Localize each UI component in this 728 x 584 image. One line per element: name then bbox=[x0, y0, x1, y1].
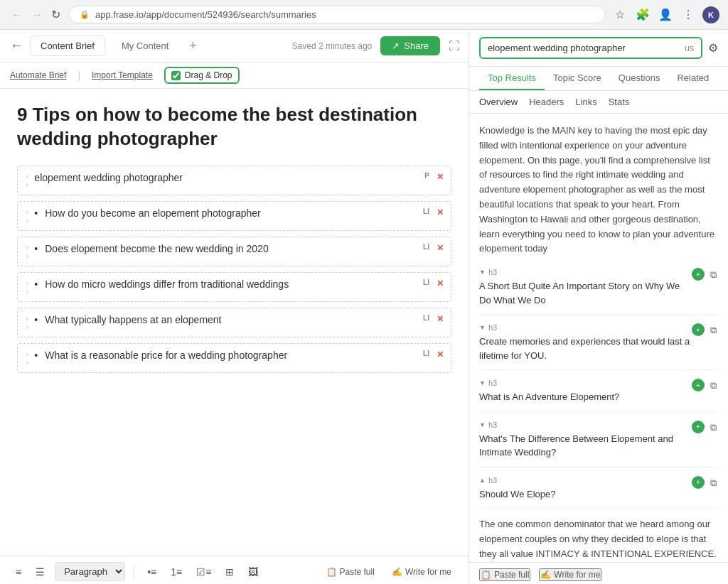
handle-left-1[interactable]: ‹ bbox=[26, 209, 28, 216]
block-remove-0[interactable]: ✕ bbox=[437, 172, 444, 182]
document-title[interactable]: 9 Tips on how to become the best destina… bbox=[17, 103, 451, 151]
search-input-wrap[interactable]: us bbox=[479, 37, 702, 59]
handle-right-3[interactable]: › bbox=[26, 288, 28, 296]
forward-arrow[interactable]: → bbox=[28, 6, 46, 23]
sub-nav-links[interactable]: Links bbox=[575, 97, 596, 107]
handle-left-2[interactable]: ‹ bbox=[26, 244, 28, 252]
drag-drop-checkbox[interactable] bbox=[171, 71, 181, 80]
tab-content-brief[interactable]: Content Brief bbox=[30, 36, 105, 56]
avatar[interactable]: K bbox=[702, 6, 719, 23]
chevron-icon-1: ▼ bbox=[479, 324, 486, 331]
paste-full-right-label: Paste full bbox=[494, 570, 529, 580]
search-input[interactable] bbox=[488, 43, 679, 53]
block-content-1: • How do you become an elopement photogr… bbox=[34, 207, 442, 219]
search-settings-button[interactable]: ⚙ bbox=[708, 41, 718, 55]
heading-left-0: ▼ h3 A Short But Quite An Important Stor… bbox=[479, 268, 692, 307]
sub-nav-headers[interactable]: Headers bbox=[529, 97, 564, 107]
write-for-me-button[interactable]: ✍ Write for me bbox=[386, 564, 457, 580]
block-remove-1[interactable]: ✕ bbox=[437, 207, 444, 217]
handle-right-2[interactable]: › bbox=[26, 253, 28, 260]
block-text-4: • What typically happens at an elopement bbox=[34, 314, 221, 325]
menu-icon[interactable]: ⋮ bbox=[680, 6, 697, 23]
content-block-2[interactable]: ‹ › • Does elopement become the new wedd… bbox=[17, 237, 451, 266]
paste-icon-right: 📋 bbox=[481, 570, 491, 580]
content-block-3[interactable]: ‹ › • How do micro weddings differ from … bbox=[17, 272, 451, 302]
heading-tag-3[interactable]: ▼ h3 bbox=[479, 421, 692, 429]
block-remove-3[interactable]: ✕ bbox=[437, 279, 444, 288]
right-tab-questions[interactable]: Questions bbox=[610, 67, 669, 90]
automate-brief-link[interactable]: Automate Brief bbox=[10, 70, 66, 80]
align-center-button[interactable]: ☰ bbox=[31, 563, 49, 580]
handle-left-4[interactable]: ‹ bbox=[26, 315, 28, 323]
heading-tag-4[interactable]: ▲ h3 bbox=[479, 476, 692, 485]
sub-nav-stats[interactable]: Stats bbox=[609, 97, 630, 107]
right-tab-topic-score[interactable]: Topic Score bbox=[545, 67, 610, 90]
account-icon[interactable]: 👤 bbox=[657, 6, 674, 23]
add-heading-icon-0[interactable]: + bbox=[692, 268, 705, 281]
handle-right[interactable]: › bbox=[26, 182, 28, 189]
heading-tag-0[interactable]: ▼ h3 bbox=[479, 268, 692, 276]
write-for-me-right-label: Write for me bbox=[554, 570, 600, 580]
block-text-1: • How do you become an elopement photogr… bbox=[34, 207, 260, 219]
right-tab-related[interactable]: Related bbox=[668, 67, 717, 90]
block-content-2: • Does elopement become the new wedding … bbox=[34, 243, 442, 254]
right-content[interactable]: Knowledge is the MAIN key to having the … bbox=[469, 114, 728, 562]
block-remove-2[interactable]: ✕ bbox=[437, 243, 444, 253]
paste-full-right-button[interactable]: 📋 Paste full bbox=[479, 568, 530, 581]
copy-heading-button-1[interactable]: ⧉ bbox=[709, 323, 718, 337]
copy-heading-button-2[interactable]: ⧉ bbox=[709, 379, 718, 393]
back-button[interactable]: ← bbox=[9, 37, 24, 55]
image-button[interactable]: 🖼 bbox=[244, 563, 262, 580]
handle-left[interactable]: ‹ bbox=[26, 173, 28, 180]
bullet-dot-2: • bbox=[34, 243, 38, 254]
back-arrow[interactable]: ← bbox=[9, 6, 26, 23]
add-heading-icon-3[interactable]: + bbox=[692, 421, 705, 433]
right-tab-top-results[interactable]: Top Results bbox=[479, 67, 545, 90]
handle-right-5[interactable]: › bbox=[26, 359, 28, 367]
copy-heading-button-3[interactable]: ⧉ bbox=[709, 421, 718, 435]
handle-left-3[interactable]: ‹ bbox=[26, 280, 28, 287]
handle-left-5[interactable]: ‹ bbox=[26, 351, 28, 358]
refresh-button[interactable]: ↻ bbox=[48, 6, 63, 23]
heading-tag-1[interactable]: ▼ h3 bbox=[479, 323, 692, 332]
bullet-list-button[interactable]: •≡ bbox=[143, 563, 161, 580]
star-icon[interactable]: ☆ bbox=[611, 6, 628, 23]
handle-right-4[interactable]: › bbox=[26, 324, 28, 331]
add-heading-icon-2[interactable]: + bbox=[692, 379, 705, 391]
address-bar[interactable]: 🔒 app.frase.io/app/document/524936/searc… bbox=[69, 6, 606, 23]
editor-area[interactable]: 9 Tips on how to become the best destina… bbox=[0, 89, 469, 556]
task-list-button[interactable]: ☑≡ bbox=[192, 563, 215, 580]
tab-my-content[interactable]: My Content bbox=[111, 36, 179, 56]
align-left-button[interactable]: ≡ bbox=[11, 563, 26, 580]
table-button[interactable]: ⊞ bbox=[221, 563, 238, 580]
tab-add-button[interactable]: + bbox=[185, 37, 201, 55]
block-remove-5[interactable]: ✕ bbox=[437, 350, 444, 359]
content-block-1[interactable]: ‹ › • How do you become an elopement pho… bbox=[17, 201, 451, 231]
right-nav: Top Results Topic Score Questions Relate… bbox=[469, 67, 728, 91]
sub-nav-overview[interactable]: Overview bbox=[479, 97, 518, 107]
ordered-list-button[interactable]: 1≡ bbox=[166, 563, 186, 580]
heading-tag-label-4: h3 bbox=[488, 476, 497, 485]
add-heading-icon-4[interactable]: + bbox=[692, 476, 705, 489]
heading-tag-2[interactable]: ▼ h3 bbox=[479, 379, 692, 387]
bullet-text-5: What is a reasonable price for a wedding… bbox=[45, 350, 287, 361]
paste-full-button[interactable]: 📋 Paste full bbox=[321, 564, 380, 580]
block-remove-4[interactable]: ✕ bbox=[437, 314, 444, 324]
block-content-4: • What typically happens at an elopement bbox=[34, 314, 442, 325]
add-heading-icon-1[interactable]: + bbox=[692, 323, 705, 336]
paragraph-select[interactable]: Paragraph Heading 1 Heading 2 Heading 3 bbox=[55, 562, 125, 581]
copy-heading-button-4[interactable]: ⧉ bbox=[709, 476, 718, 490]
content-block-0[interactable]: ‹ › elopement wedding photographer P ✕ bbox=[17, 166, 451, 195]
content-block-5[interactable]: ‹ › • What is a reasonable price for a w… bbox=[17, 343, 451, 373]
expand-button[interactable]: ⛶ bbox=[449, 40, 460, 53]
heading-row-0: ▼ h3 A Short But Quite An Important Stor… bbox=[479, 268, 718, 307]
extensions-icon[interactable]: 🧩 bbox=[634, 6, 651, 23]
share-button[interactable]: ↗ Share bbox=[380, 36, 440, 55]
handle-right-1[interactable]: › bbox=[26, 217, 28, 225]
write-for-me-right-button[interactable]: ✍ Write for me bbox=[539, 568, 601, 581]
import-template-link[interactable]: Import Template bbox=[92, 70, 153, 80]
drag-drop-option[interactable]: Drag & Drop bbox=[164, 67, 240, 84]
overview-text: Knowledge is the MAIN key to having the … bbox=[479, 124, 718, 256]
content-block-4[interactable]: ‹ › • What typically happens at an elope… bbox=[17, 308, 451, 337]
copy-heading-button-0[interactable]: ⧉ bbox=[709, 268, 718, 282]
